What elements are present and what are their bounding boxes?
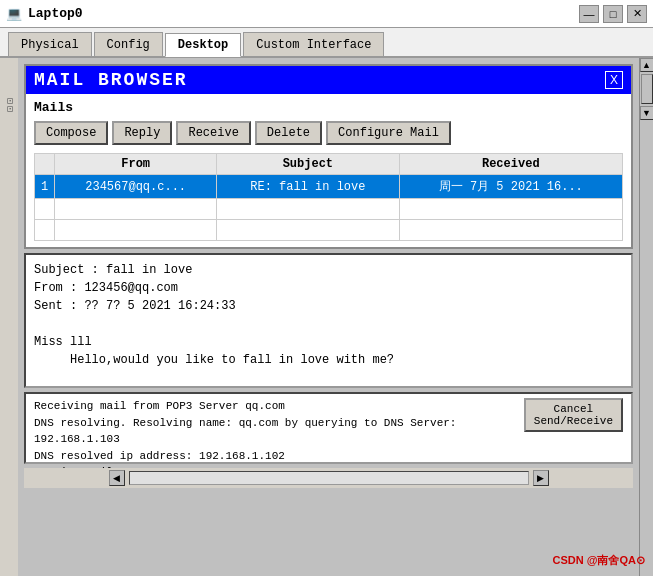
- mails-label: Mails: [34, 100, 623, 115]
- message-body[interactable]: Subject : fall in love From : 123456@qq.…: [24, 253, 633, 388]
- reply-button[interactable]: Reply: [112, 121, 172, 145]
- table-row[interactable]: 1 234567@qq.c... RE: fall in love 周一 7月 …: [35, 175, 623, 199]
- status-line-2: DNS resolving. Resolving name: qq.com by…: [34, 415, 516, 448]
- tab-config[interactable]: Config: [94, 32, 163, 56]
- mail-buttons: Compose Reply Receive Delete Configure M…: [34, 121, 623, 145]
- scroll-up-button[interactable]: ▲: [640, 58, 654, 72]
- table-row-empty2: [35, 220, 623, 241]
- watermark: CSDN @南舍QA⊙: [553, 553, 645, 568]
- title-controls: — □ ✕: [579, 5, 647, 23]
- email-from: 234567@qq.c...: [55, 175, 217, 199]
- tab-bar: Physical Config Desktop Custom Interface: [0, 28, 653, 58]
- receive-button[interactable]: Receive: [176, 121, 250, 145]
- maximize-button[interactable]: □: [603, 5, 623, 23]
- scroll-right-button[interactable]: ▶: [533, 470, 549, 486]
- delete-button[interactable]: Delete: [255, 121, 322, 145]
- status-line-3: DNS resolved ip address: 192.168.1.102: [34, 448, 516, 465]
- cancel-send-receive-button[interactable]: CancelSend/Receive: [524, 398, 623, 432]
- mail-browser-window: MAIL BROWSER X Mails Compose Reply Recei…: [24, 64, 633, 249]
- mail-browser-close-button[interactable]: X: [605, 71, 623, 89]
- window-icon: 💻: [6, 6, 22, 22]
- mail-browser-body: Mails Compose Reply Receive Delete Confi…: [26, 94, 631, 247]
- email-received: 周一 7月 5 2021 16...: [399, 175, 622, 199]
- mail-table: From Subject Received 1 234567@qq.c... R…: [34, 153, 623, 241]
- side-dec: ⊡: [4, 98, 15, 104]
- status-area: Receiving mail from POP3 Server qq.com D…: [24, 392, 633, 464]
- email-subject: RE: fall in love: [217, 175, 399, 199]
- col-received: Received: [399, 154, 622, 175]
- status-line-1: Receiving mail from POP3 Server qq.com: [34, 398, 516, 415]
- side-dec2: ⊡: [4, 106, 15, 112]
- right-scrollbar: ▲ ▼: [639, 58, 653, 576]
- mail-browser-title: MAIL BROWSER: [34, 70, 188, 90]
- minimize-button[interactable]: —: [579, 5, 599, 23]
- main-wrapper: ⊡ ⊡ MAIL BROWSER X Mails Compose Reply R…: [0, 58, 653, 576]
- configure-mail-button[interactable]: Configure Mail: [326, 121, 451, 145]
- title-bar: 💻 Laptop0 — □ ✕: [0, 0, 653, 28]
- compose-button[interactable]: Compose: [34, 121, 108, 145]
- col-from: From: [55, 154, 217, 175]
- mail-browser-titlebar: MAIL BROWSER X: [26, 66, 631, 94]
- col-subject: Subject: [217, 154, 399, 175]
- tab-custom-interface[interactable]: Custom Interface: [243, 32, 384, 56]
- close-button[interactable]: ✕: [627, 5, 647, 23]
- main-scroll-area: MAIL BROWSER X Mails Compose Reply Recei…: [18, 58, 639, 576]
- title-bar-left: 💻 Laptop0: [6, 6, 83, 22]
- tab-desktop[interactable]: Desktop: [165, 33, 241, 57]
- scroll-thumb[interactable]: [641, 74, 653, 104]
- scroll-down-button[interactable]: ▼: [640, 106, 654, 120]
- scroll-track[interactable]: [129, 471, 529, 485]
- mail-table-header: From Subject Received: [35, 154, 623, 175]
- scroll-left-button[interactable]: ◀: [109, 470, 125, 486]
- table-row-empty: [35, 199, 623, 220]
- window-title: Laptop0: [28, 6, 83, 21]
- tab-physical[interactable]: Physical: [8, 32, 92, 56]
- side-decorations: ⊡ ⊡: [0, 58, 18, 576]
- mail-table-body: 1 234567@qq.c... RE: fall in love 周一 7月 …: [35, 175, 623, 241]
- email-num: 1: [35, 175, 55, 199]
- col-num: [35, 154, 55, 175]
- bottom-scrollbar: ◀ ▶: [24, 468, 633, 488]
